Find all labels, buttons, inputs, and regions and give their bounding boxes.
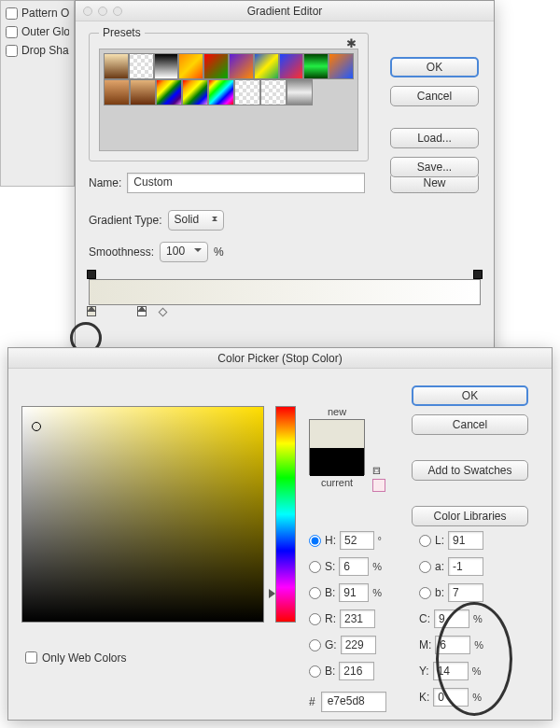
l-radio[interactable] bbox=[419, 535, 431, 547]
rgb-r-field[interactable]: R:231 bbox=[309, 609, 382, 628]
smoothness-select[interactable]: 100 bbox=[160, 242, 208, 262]
cancel-button[interactable]: Cancel bbox=[412, 414, 528, 435]
preset-swatch[interactable] bbox=[208, 79, 234, 105]
only-web-colors-checkbox[interactable] bbox=[25, 651, 37, 664]
gradient-preview[interactable] bbox=[89, 279, 481, 305]
new-color-swatch[interactable] bbox=[310, 420, 364, 448]
ok-button[interactable]: OK bbox=[390, 57, 479, 77]
preset-swatch[interactable] bbox=[329, 53, 354, 79]
c-input[interactable]: 9 bbox=[434, 609, 469, 628]
close-icon[interactable] bbox=[83, 7, 92, 16]
presets-menu-icon[interactable]: ✱ bbox=[346, 36, 357, 50]
r-input[interactable]: 231 bbox=[340, 609, 375, 628]
bb-radio[interactable] bbox=[309, 587, 321, 599]
preset-swatch[interactable] bbox=[260, 79, 287, 105]
g-input[interactable]: 229 bbox=[341, 636, 376, 654]
m-input[interactable]: 6 bbox=[435, 636, 470, 654]
preset-swatch[interactable] bbox=[287, 79, 313, 105]
gradient-editor-titlebar[interactable]: Gradient Editor bbox=[76, 1, 494, 21]
hue-pointer[interactable] bbox=[269, 589, 280, 598]
preset-swatch[interactable] bbox=[129, 53, 154, 79]
preset-swatch[interactable] bbox=[178, 53, 203, 79]
only-web-colors-option[interactable]: Only Web Colors bbox=[21, 649, 126, 666]
a-input[interactable]: -1 bbox=[448, 557, 483, 576]
add-to-swatches-button[interactable]: Add to Swatches bbox=[412, 460, 528, 481]
preset-swatch[interactable] bbox=[254, 53, 279, 79]
preset-swatch[interactable] bbox=[234, 79, 260, 105]
saturation-value-field[interactable] bbox=[21, 406, 264, 623]
s-input[interactable]: 6 bbox=[339, 557, 369, 576]
g-radio[interactable] bbox=[309, 639, 321, 651]
y-input[interactable]: 14 bbox=[433, 662, 469, 680]
preset-swatch[interactable] bbox=[154, 53, 179, 79]
gradient-bar[interactable] bbox=[89, 279, 481, 305]
opacity-stop-left[interactable] bbox=[87, 270, 96, 279]
minimize-icon[interactable] bbox=[98, 7, 107, 16]
a-radio[interactable] bbox=[419, 561, 431, 573]
gradient-name-input[interactable]: Custom bbox=[127, 173, 365, 193]
h-input[interactable]: 52 bbox=[340, 531, 374, 550]
ok-button[interactable]: OK bbox=[412, 385, 528, 406]
hex-input[interactable]: e7e5d8 bbox=[321, 692, 386, 712]
preset-swatch[interactable] bbox=[104, 79, 130, 105]
window-controls[interactable] bbox=[83, 7, 122, 16]
cmyk-y-field[interactable]: Y:14% bbox=[419, 662, 492, 680]
cmyk-c-field[interactable]: C:9% bbox=[419, 609, 492, 628]
preset-swatch[interactable] bbox=[229, 53, 254, 79]
rgb-g-field[interactable]: G:229 bbox=[309, 636, 382, 654]
cmyk-m-field[interactable]: M:6% bbox=[419, 636, 492, 654]
hsb-s-field[interactable]: S:6% bbox=[309, 557, 382, 576]
save-button[interactable]: Save... bbox=[390, 157, 479, 177]
rgb-b-field[interactable]: B:216 bbox=[309, 662, 382, 680]
color-picker-title: Color Picker (Stop Color) bbox=[8, 352, 552, 365]
pattern-overlay-checkbox[interactable] bbox=[6, 7, 18, 20]
color-picker-titlebar[interactable]: Color Picker (Stop Color) bbox=[8, 348, 552, 369]
preset-swatch[interactable] bbox=[182, 79, 208, 105]
gradient-type-select[interactable]: Solid bbox=[168, 210, 224, 231]
gamut-warning-icon[interactable]: ⧈ bbox=[372, 462, 385, 475]
hsb-h-field[interactable]: H:52° bbox=[309, 531, 382, 550]
current-color-swatch[interactable] bbox=[310, 448, 364, 476]
pattern-overlay-option[interactable]: Pattern Over bbox=[6, 7, 69, 20]
labb-input[interactable]: 7 bbox=[448, 583, 483, 602]
hue-slider[interactable] bbox=[275, 406, 296, 623]
color-compare-box[interactable] bbox=[309, 419, 365, 475]
hex-field[interactable]: # e7e5d8 bbox=[309, 692, 386, 712]
preset-swatch[interactable] bbox=[104, 53, 129, 79]
preset-swatch[interactable] bbox=[303, 53, 329, 79]
outer-glow-option[interactable]: Outer Glow bbox=[6, 25, 69, 38]
load-button[interactable]: Load... bbox=[390, 128, 479, 148]
color-stop-right[interactable] bbox=[137, 306, 147, 316]
k-input[interactable]: 0 bbox=[433, 688, 469, 707]
drop-shadow-option[interactable]: Drop Shadow bbox=[6, 44, 69, 57]
zoom-icon[interactable] bbox=[113, 7, 122, 16]
bb-input[interactable]: 91 bbox=[339, 583, 369, 602]
color-libraries-button[interactable]: Color Libraries bbox=[412, 506, 528, 526]
lab-l-field[interactable]: L:91 bbox=[419, 531, 492, 550]
preset-swatch[interactable] bbox=[203, 53, 229, 79]
drop-shadow-checkbox[interactable] bbox=[6, 45, 18, 57]
cancel-button[interactable]: Cancel bbox=[390, 86, 479, 106]
presets-grid[interactable] bbox=[99, 49, 358, 151]
preset-swatch[interactable] bbox=[279, 53, 304, 79]
r-radio[interactable] bbox=[309, 613, 321, 625]
preset-swatch[interactable] bbox=[130, 79, 156, 105]
lab-b-field[interactable]: b:7 bbox=[419, 583, 492, 602]
s-radio[interactable] bbox=[309, 561, 321, 573]
hsb-b-field[interactable]: B:91% bbox=[309, 583, 382, 602]
l-input[interactable]: 91 bbox=[448, 531, 483, 550]
labb-radio[interactable] bbox=[419, 587, 431, 599]
rgbb-radio[interactable] bbox=[309, 665, 321, 678]
opacity-stop-right[interactable] bbox=[473, 270, 483, 279]
h-radio[interactable] bbox=[309, 535, 321, 547]
websafe-warning-swatch[interactable] bbox=[372, 479, 385, 492]
outer-glow-checkbox[interactable] bbox=[6, 26, 18, 38]
color-stop-left[interactable] bbox=[87, 306, 96, 316]
sv-cursor[interactable] bbox=[32, 422, 41, 431]
preset-swatch[interactable] bbox=[156, 79, 182, 105]
current-label: current bbox=[309, 477, 365, 488]
lab-a-field[interactable]: a:-1 bbox=[419, 557, 492, 576]
cmyk-k-field[interactable]: K:0% bbox=[419, 688, 492, 707]
midpoint-handle[interactable] bbox=[158, 308, 167, 317]
rgbb-input[interactable]: 216 bbox=[339, 662, 374, 680]
